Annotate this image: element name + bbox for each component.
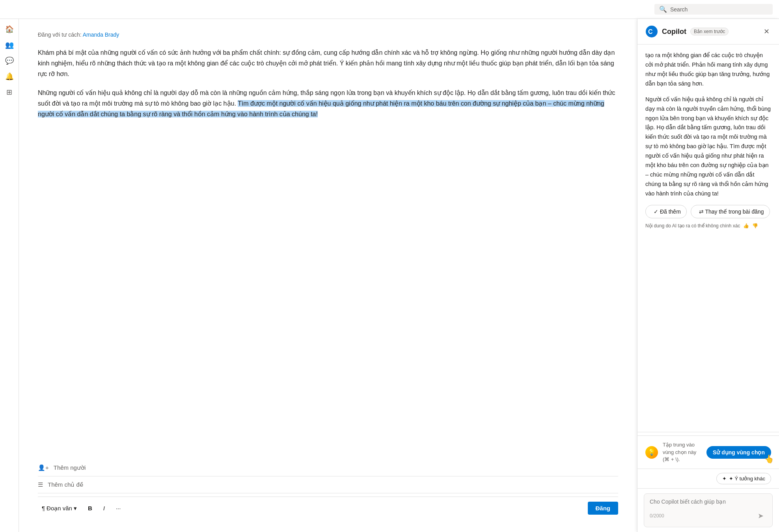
top-bar: 🔍 Search	[0, 0, 779, 19]
copilot-close-button[interactable]: ✕	[762, 26, 771, 37]
chat-input[interactable]	[650, 499, 767, 506]
post-meta: Đăng với tư cách: Amanda Brady	[38, 32, 618, 38]
topic-icon: ☰	[38, 481, 43, 488]
content-area: Đăng với tư cách: Amanda Brady Khám phá …	[19, 19, 637, 532]
replace-label: ⇄ Thay thế trong bài đăng	[699, 208, 764, 215]
more-options-button[interactable]: ···	[112, 502, 125, 514]
copilot-para-2: Người cố vấn hiệu quả không chỉ là người…	[645, 95, 771, 199]
more-icon: ···	[116, 505, 121, 512]
use-selection-button[interactable]: Sử dụng vùng chọn	[706, 446, 771, 459]
copilot-actions: ✓ Đã thêm ⇄ Thay thế trong bài đăng	[645, 205, 771, 218]
char-count: 0/2000	[650, 513, 664, 519]
main-layout: 🏠 👥 💬 🔔 ⊞ Đăng với tư cách: Amanda Brady…	[0, 19, 779, 532]
search-placeholder: Search	[670, 6, 688, 13]
chat-input-box: 0/2000 ➤	[644, 493, 773, 527]
focus-selection-area: 💡 Tập trung vào vùng chọn này (⌘ + \). S…	[637, 435, 779, 469]
svg-text:C: C	[648, 28, 653, 35]
paragraph-1: Khám phá bí mật của những người cố vấn c…	[38, 47, 618, 80]
left-sidebar: 🏠 👥 💬 🔔 ⊞	[0, 19, 19, 532]
post-body[interactable]: Khám phá bí mật của những người cố vấn c…	[38, 47, 618, 447]
copilot-header: C Copilot Bản xem trước ✕	[637, 19, 779, 45]
copilot-para-1: tạo ra một không gian để các cuộc trò ch…	[645, 51, 771, 89]
chevron-down-icon: ▾	[74, 505, 77, 512]
added-button[interactable]: ✓ Đã thêm	[645, 205, 687, 218]
focus-text: Tập trung vào vùng chọn này (⌘ + \).	[663, 441, 702, 463]
format-icon: ¶	[42, 505, 45, 512]
send-icon: ➤	[758, 512, 764, 520]
focus-icon: 💡	[645, 446, 658, 459]
copilot-preview-badge: Bản xem trước	[690, 28, 729, 35]
paragraph-2: Những người cố vấn hiệu quả không chỉ là…	[38, 87, 618, 120]
sidebar-grid-icon[interactable]: ⊞	[2, 85, 17, 99]
search-box[interactable]: 🔍 Search	[654, 4, 773, 15]
add-person-field[interactable]: 👤+ Thêm người	[38, 459, 618, 476]
send-button[interactable]: ➤	[754, 510, 767, 522]
search-icon: 🔍	[659, 6, 667, 13]
person-icon: 👤+	[38, 464, 49, 471]
italic-button[interactable]: I	[99, 502, 109, 514]
sparkle-icon: ✦	[722, 476, 727, 482]
add-person-label: Thêm người	[54, 464, 86, 471]
copilot-logo-icon: C	[645, 25, 658, 38]
add-topic-field[interactable]: ☰ Thêm chủ đề	[38, 476, 618, 493]
copilot-generated-text: tạo ra một không gian để các cuộc trò ch…	[645, 51, 771, 199]
toolbar: ¶ Đoạn văn ▾ B I ··· Đăng	[38, 497, 618, 519]
chat-input-footer: 0/2000 ➤	[650, 510, 767, 522]
thumbs-down-icon[interactable]: 👎	[752, 223, 758, 229]
copilot-title: Copilot	[662, 28, 686, 36]
added-label: ✓ Đã thêm	[654, 208, 681, 215]
ai-disclaimer: Nội dung do AI tạo ra có thể không chính…	[645, 223, 771, 229]
copilot-divider	[637, 432, 779, 432]
sidebar-chat-icon[interactable]: 💬	[2, 54, 17, 68]
author-link[interactable]: Amanda Brady	[83, 32, 119, 38]
copilot-chat: 0/2000 ➤	[637, 488, 779, 532]
other-ideas-label: ✦ Ý tưởng khác	[729, 476, 765, 482]
post-button[interactable]: Đăng	[588, 502, 619, 515]
copilot-body: tạo ra một không gian để các cuộc trò ch…	[637, 45, 779, 429]
format-button[interactable]: ¶ Đoạn văn ▾	[38, 502, 81, 514]
add-topic-label: Thêm chủ đề	[48, 481, 83, 488]
paragraph-label: Đoạn văn	[47, 505, 72, 512]
italic-label: I	[103, 505, 105, 512]
sidebar-home-icon[interactable]: 🏠	[2, 22, 17, 36]
sidebar-people-icon[interactable]: 👥	[2, 38, 17, 52]
thumbs-up-icon[interactable]: 👍	[743, 223, 749, 229]
copilot-panel: C Copilot Bản xem trước ✕ tạo ra một khô…	[637, 19, 779, 532]
use-selection-label: Sử dụng vùng chọn	[713, 449, 765, 456]
post-footer: 👤+ Thêm người ☰ Thêm chủ đề ¶ Đoạn văn ▾…	[38, 459, 618, 519]
disclaimer-text: Nội dung do AI tạo ra có thể không chính…	[645, 223, 740, 229]
bold-label: B	[88, 505, 92, 512]
other-ideas-button[interactable]: ✦ ✦ Ý tưởng khác	[716, 473, 771, 484]
bold-button[interactable]: B	[84, 502, 96, 514]
sidebar-bell-icon[interactable]: 🔔	[2, 69, 17, 84]
other-ideas-row: ✦ ✦ Ý tưởng khác	[637, 469, 779, 488]
replace-button[interactable]: ⇄ Thay thế trong bài đăng	[691, 205, 770, 218]
